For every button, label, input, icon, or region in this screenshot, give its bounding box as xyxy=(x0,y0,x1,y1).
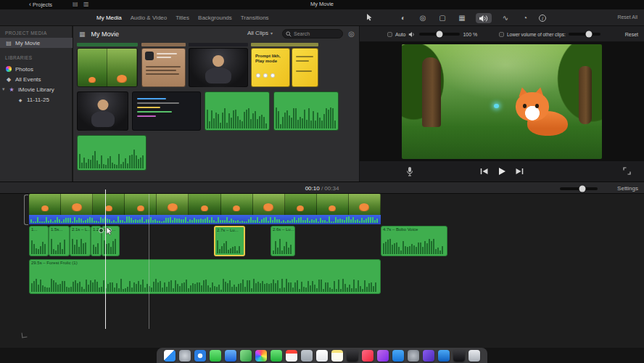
sidebar-item-all-events[interactable]: ◆ All Events xyxy=(0,74,73,84)
thumbnail-audio-clip[interactable] xyxy=(205,91,270,131)
dock-photos-icon[interactable] xyxy=(255,350,267,362)
noise-reduction-icon[interactable]: ∿ xyxy=(500,14,511,22)
timeline-audio-clip[interactable]: 4.7s – Bobo Voice xyxy=(381,226,447,256)
chevron-down-icon[interactable]: ▾ xyxy=(2,86,8,92)
browser-title: My Movie xyxy=(91,30,120,38)
timeline-audio-clip[interactable]: 1... xyxy=(29,226,49,256)
appearance-icon[interactable]: ◎ xyxy=(348,30,355,38)
microphone-icon[interactable] xyxy=(406,166,413,176)
thumbnail-audio-clip[interactable] xyxy=(273,91,339,131)
butterfly xyxy=(494,104,499,108)
dock-tv-icon[interactable] xyxy=(347,350,358,362)
thumbnail-fox-clip[interactable] xyxy=(77,48,138,87)
reset-all-button[interactable]: Reset All xyxy=(617,15,637,20)
clips-filter-dropdown[interactable]: All Clips ▾ xyxy=(247,30,273,36)
tab-audio-video[interactable]: Audio & Video xyxy=(131,15,168,21)
volume-slider-knob[interactable] xyxy=(437,31,443,38)
color-balance-icon[interactable]: ◐ xyxy=(397,14,409,22)
play-button[interactable] xyxy=(498,167,506,176)
zoom-knob[interactable] xyxy=(579,186,586,192)
dock-settings-icon[interactable] xyxy=(408,350,419,362)
search-input[interactable] xyxy=(294,31,337,36)
auto-checkbox[interactable] xyxy=(387,32,392,37)
sidebar-item-my-movie[interactable]: ▤ My Movie xyxy=(0,38,73,48)
dock-mail-icon[interactable] xyxy=(225,350,236,362)
clip-adjust-dot[interactable] xyxy=(99,228,104,233)
reset-button[interactable]: Reset xyxy=(625,32,638,37)
timeline-video-audio-strip[interactable] xyxy=(29,215,381,224)
info-icon[interactable]: i xyxy=(539,15,546,22)
dock-terminal-icon[interactable] xyxy=(453,350,465,362)
playhead[interactable] xyxy=(105,189,106,329)
chevron-down-icon: ▾ xyxy=(271,30,273,36)
crop-icon[interactable]: ▢ xyxy=(437,14,448,22)
preview-video[interactable] xyxy=(402,44,602,159)
dock-launchpad-icon[interactable] xyxy=(179,350,191,362)
dock-keynote-icon[interactable] xyxy=(438,350,450,362)
timeline-zoom-slider[interactable] xyxy=(560,187,598,190)
thumbnail-yellow-slide[interactable]: Prompt likh, Play mode xyxy=(251,48,290,87)
preview-area xyxy=(360,42,644,161)
dock-trash-icon[interactable] xyxy=(468,350,480,362)
thumbnail-audio-clip[interactable] xyxy=(77,135,146,171)
trim-handle[interactable] xyxy=(24,195,28,225)
timeline-audio-clip[interactable]: 2.6s – Lu... xyxy=(271,226,295,256)
dock-music-icon[interactable] xyxy=(362,350,373,362)
sidebar-item-photos[interactable]: Photos xyxy=(0,64,73,74)
dock-facetime-icon[interactable] xyxy=(271,350,282,362)
timeline-audio-clip[interactable]: 2.1s – L... xyxy=(70,226,91,256)
fullscreen-icon[interactable] xyxy=(623,167,631,175)
thumbnail-partial[interactable] xyxy=(77,43,138,46)
thumbnail-screen-recording[interactable] xyxy=(132,91,201,131)
audio-waveform xyxy=(217,237,242,253)
thumbnail-screenshot-post[interactable] xyxy=(141,48,186,87)
dock-messages-icon[interactable] xyxy=(210,350,221,362)
sidebar-item-imovie-library[interactable]: ▾ ★ iMovie Library xyxy=(0,84,73,94)
tab-backgrounds[interactable]: Backgrounds xyxy=(198,15,232,21)
lower-volume-slider[interactable] xyxy=(569,33,600,36)
timeline-music-clip[interactable]: 29.5s – Forest Frolic (1) xyxy=(29,259,381,294)
timeline-settings-button[interactable]: Settings xyxy=(617,185,638,192)
dock-contacts-icon[interactable] xyxy=(301,350,313,362)
project-media-header: PROJECT MEDIA xyxy=(5,30,47,36)
lower-volume-knob[interactable] xyxy=(585,31,592,38)
thumbnail-partial[interactable] xyxy=(251,43,318,46)
search-box[interactable] xyxy=(282,29,343,38)
clip-view-icon[interactable]: ▦ xyxy=(79,30,86,38)
thumbnail-yellow-slide-2[interactable] xyxy=(292,48,318,87)
tab-titles[interactable]: Titles xyxy=(176,15,189,21)
next-button[interactable] xyxy=(516,168,524,175)
fox-thumbnail xyxy=(297,205,304,211)
dock-reminders-icon[interactable] xyxy=(316,350,328,362)
thumbnail-presenter-video[interactable] xyxy=(189,48,248,87)
sidebar-item-event-date[interactable]: ◆ 11-11-25 xyxy=(0,94,73,105)
text-line xyxy=(157,57,171,58)
tab-my-media[interactable]: My Media xyxy=(96,15,122,21)
previous-button[interactable] xyxy=(480,168,488,175)
dock-appstore-icon[interactable] xyxy=(392,350,404,362)
color-correction-icon[interactable]: ◎ xyxy=(417,14,429,22)
timeline-audio-clip[interactable]: 1.5s... xyxy=(49,226,70,256)
dock-podcasts-icon[interactable] xyxy=(377,350,389,362)
thumbnail-presenter-video-2[interactable] xyxy=(77,91,128,131)
pointer-tool-icon[interactable] xyxy=(366,13,373,21)
stabilization-icon[interactable]: ▦ xyxy=(456,14,468,22)
speed-icon[interactable]: ◔ xyxy=(519,14,531,22)
thumbnail-partial[interactable] xyxy=(141,43,186,46)
fox-thumbnail xyxy=(105,205,112,211)
timeline-audio-clip-selected[interactable]: 2.7s – Lu... xyxy=(214,226,245,256)
thumbnail-partial[interactable] xyxy=(189,43,248,46)
dock-maps-icon[interactable] xyxy=(240,350,252,362)
dock-finder-icon[interactable] xyxy=(164,350,176,362)
lower-volume-checkbox[interactable] xyxy=(499,32,504,37)
dock-calendar-icon[interactable] xyxy=(286,350,297,362)
total-time: / 00:34 xyxy=(321,185,339,192)
volume-tab-selected[interactable] xyxy=(476,13,492,23)
dock-notes-icon[interactable] xyxy=(331,350,343,362)
dock-safari-icon[interactable] xyxy=(194,350,206,362)
volume-slider[interactable] xyxy=(419,33,460,36)
filmstrip-preview xyxy=(78,49,137,86)
dock-imovie-icon[interactable] xyxy=(423,350,434,362)
tab-transitions[interactable]: Transitions xyxy=(241,15,269,21)
timeline-filmstrip[interactable] xyxy=(29,194,381,215)
